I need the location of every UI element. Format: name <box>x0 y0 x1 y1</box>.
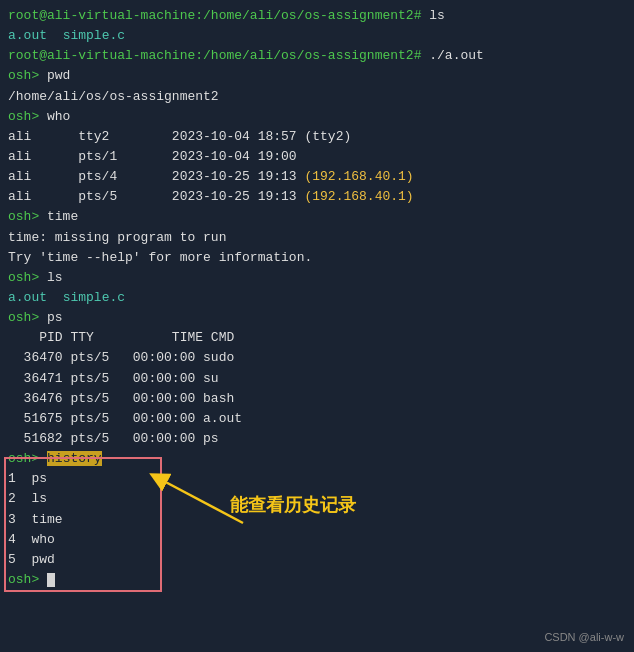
terminal-line: 4 who <box>8 530 626 550</box>
terminal-line: osh> ps <box>8 308 626 328</box>
terminal-line: 5 pwd <box>8 550 626 570</box>
terminal-line: 51682 pts/5 00:00:00 ps <box>8 429 626 449</box>
terminal-line: Try 'time --help' for more information. <box>8 248 626 268</box>
terminal-line: root@ali-virtual-machine:/home/ali/os/os… <box>8 6 626 26</box>
terminal-line: PID TTY TIME CMD <box>8 328 626 348</box>
terminal-line: osh> who <box>8 107 626 127</box>
terminal-line: osh> time <box>8 207 626 227</box>
annotation-label: 能查看历史记录 <box>230 492 356 520</box>
terminal-line: ali pts/4 2023-10-25 19:13 (192.168.40.1… <box>8 167 626 187</box>
terminal-window: root@ali-virtual-machine:/home/ali/os/os… <box>0 0 634 652</box>
terminal-line: root@ali-virtual-machine:/home/ali/os/os… <box>8 46 626 66</box>
terminal-line: osh> ls <box>8 268 626 288</box>
terminal-line: 36476 pts/5 00:00:00 bash <box>8 389 626 409</box>
terminal-line: 36471 pts/5 00:00:00 su <box>8 369 626 389</box>
root-prompt: root@ali-virtual-machine:/home/ali/os/os… <box>8 8 421 23</box>
last-prompt-line: osh> <box>8 570 626 590</box>
terminal-line: 51675 pts/5 00:00:00 a.out <box>8 409 626 429</box>
terminal-line: ali pts/5 2023-10-25 19:13 (192.168.40.1… <box>8 187 626 207</box>
terminal-line: 36470 pts/5 00:00:00 sudo <box>8 348 626 368</box>
terminal-line: /home/ali/os/os-assignment2 <box>8 87 626 107</box>
csdn-watermark: CSDN @ali-w-w <box>544 629 624 646</box>
terminal-line: 1 ps <box>8 469 626 489</box>
terminal-line: osh> pwd <box>8 66 626 86</box>
history-highlight: history <box>47 451 102 466</box>
terminal-line: time: missing program to run <box>8 228 626 248</box>
terminal-line: a.out simple.c <box>8 26 626 46</box>
terminal-line: a.out simple.c <box>8 288 626 308</box>
terminal-line: ali pts/1 2023-10-04 19:00 <box>8 147 626 167</box>
cursor-block <box>47 573 55 587</box>
terminal-line: ali tty2 2023-10-04 18:57 (tty2) <box>8 127 626 147</box>
history-command-line: osh> history <box>8 449 626 469</box>
